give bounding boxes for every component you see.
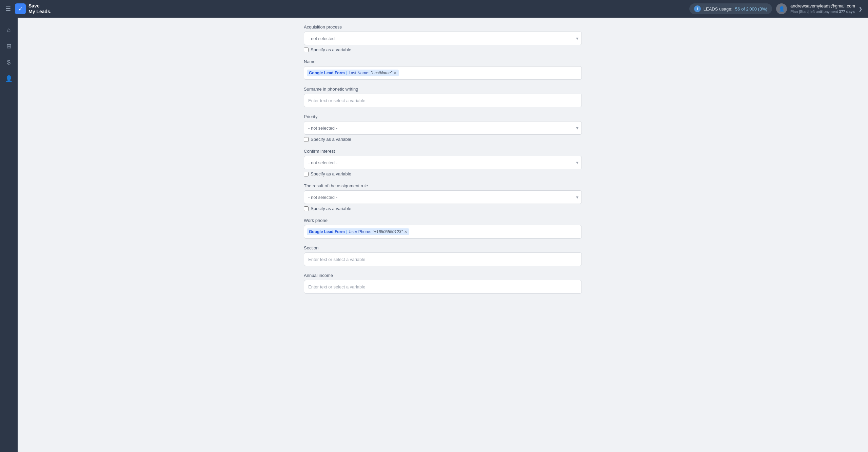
field-priority: Priority - not selected - ▾ Specify as a… — [304, 114, 582, 142]
select-confirm-interest[interactable]: - not selected - — [304, 156, 582, 169]
select-wrapper-priority: - not selected - ▾ — [304, 121, 582, 135]
tag-source-work-phone: Google Lead Form — [309, 229, 345, 234]
tag-value-work-phone: "+16505550123" — [373, 229, 403, 234]
sidebar-item-home[interactable]: ⌂ — [2, 23, 16, 37]
leads-count: 56 of 2'000 (3%) — [735, 6, 767, 12]
input-annual-income[interactable] — [304, 280, 582, 294]
user-avatar: 👤 — [776, 3, 787, 14]
logo-icon: ✓ — [15, 3, 26, 14]
info-icon: i — [694, 5, 701, 12]
tag-close-work-phone[interactable]: ✕ — [404, 230, 407, 234]
field-name: Name Google Lead Form | Last Name: "Last… — [304, 59, 582, 80]
header-chevron-icon[interactable]: ❯ — [859, 6, 863, 12]
tag-value-name: "LastName" — [371, 71, 392, 75]
input-surname-phonetic[interactable] — [304, 94, 582, 107]
select-assignment-rule[interactable]: - not selected - — [304, 190, 582, 204]
label-section: Section — [304, 245, 582, 250]
label-annual-income: Annual income — [304, 273, 582, 278]
label-name: Name — [304, 59, 582, 64]
select-wrapper-confirm-interest: - not selected - ▾ — [304, 156, 582, 169]
label-assignment-rule: The result of the assignment rule — [304, 183, 582, 188]
label-acquisition-process: Acquisition process — [304, 24, 582, 30]
checkbox-priority-variable[interactable] — [304, 137, 309, 142]
select-wrapper-acquisition: - not selected - ▾ — [304, 32, 582, 45]
select-priority[interactable]: - not selected - — [304, 121, 582, 135]
field-work-phone: Work phone Google Lead Form | User Phone… — [304, 218, 582, 239]
sidebar-item-account[interactable]: 👤 — [2, 72, 16, 86]
header: ☰ ✓ Save My Leads. i LEADS usage: 56 of … — [0, 0, 868, 18]
content-area: Acquisition process - not selected - ▾ S… — [18, 18, 868, 452]
menu-icon[interactable]: ☰ — [5, 5, 11, 13]
tag-field-work-phone: User Phone: — [349, 229, 371, 234]
label-work-phone: Work phone — [304, 218, 582, 223]
tag-field-name: Last Name: — [349, 71, 369, 75]
user-info: andrewsavemyleads@gmail.com Plan |Start|… — [790, 3, 855, 15]
main-container: ⌂ ⊞ $ 👤 Acquisition process - not select… — [0, 18, 868, 452]
field-section: Section — [304, 245, 582, 266]
sidebar-item-billing[interactable]: $ — [2, 56, 16, 69]
name-tag: Google Lead Form | Last Name: "LastName"… — [307, 70, 399, 76]
label-surname-phonetic: Surname in phonetic writing — [304, 87, 582, 92]
sidebar-item-grid[interactable]: ⊞ — [2, 39, 16, 53]
logo: ✓ Save My Leads. — [15, 3, 52, 15]
field-annual-income: Annual income — [304, 273, 582, 294]
field-assignment-rule: The result of the assignment rule - not … — [304, 183, 582, 211]
checkbox-label-assignment-rule[interactable]: Specify as a variable — [304, 206, 582, 211]
select-acquisition-process[interactable]: - not selected - — [304, 32, 582, 45]
checkbox-confirm-interest-variable[interactable] — [304, 172, 309, 176]
label-priority: Priority — [304, 114, 582, 119]
checkbox-assignment-rule-variable[interactable] — [304, 206, 309, 211]
form-container: Acquisition process - not selected - ▾ S… — [290, 18, 595, 314]
checkbox-label-confirm-interest[interactable]: Specify as a variable — [304, 171, 582, 176]
work-phone-tag-input[interactable]: Google Lead Form | User Phone: "+1650555… — [304, 225, 582, 239]
logo-text: Save My Leads. — [28, 3, 52, 15]
leads-usage: i LEADS usage: 56 of 2'000 (3%) — [689, 3, 772, 14]
user-email: andrewsavemyleads@gmail.com — [790, 3, 855, 9]
checkbox-label-priority[interactable]: Specify as a variable — [304, 137, 582, 142]
leads-usage-label: LEADS usage: — [704, 6, 732, 12]
checkbox-acquisition-variable[interactable] — [304, 48, 309, 52]
work-phone-tag: Google Lead Form | User Phone: "+1650555… — [307, 228, 409, 235]
field-surname-phonetic: Surname in phonetic writing — [304, 87, 582, 107]
tag-close-name[interactable]: ✕ — [394, 71, 397, 75]
field-confirm-interest: Confirm interest - not selected - ▾ Spec… — [304, 149, 582, 176]
label-confirm-interest: Confirm interest — [304, 149, 582, 154]
field-acquisition-process: Acquisition process - not selected - ▾ S… — [304, 24, 582, 52]
tag-source-name: Google Lead Form — [309, 71, 345, 75]
name-tag-input[interactable]: Google Lead Form | Last Name: "LastName"… — [304, 66, 582, 80]
input-section[interactable] — [304, 252, 582, 266]
sidebar: ⌂ ⊞ $ 👤 — [0, 18, 18, 452]
checkbox-label-acquisition[interactable]: Specify as a variable — [304, 47, 582, 52]
select-wrapper-assignment-rule: - not selected - ▾ — [304, 190, 582, 204]
user-section: 👤 andrewsavemyleads@gmail.com Plan |Star… — [776, 3, 863, 15]
user-plan: Plan |Start| left until payment 377 days — [790, 9, 855, 14]
